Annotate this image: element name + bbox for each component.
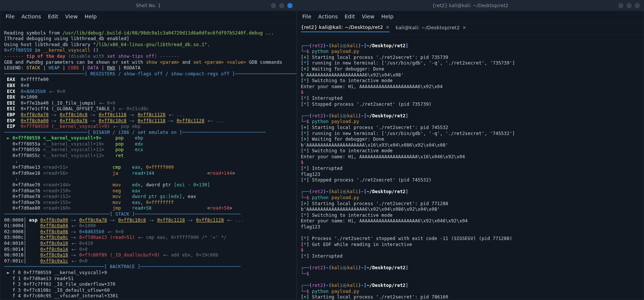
menu-help[interactable]: Help (381, 14, 394, 20)
terminal-left[interactable]: Reading symbols from /usr/lib/debug/.bui… (0, 22, 296, 300)
window-title: Shell No. 1 (4, 3, 293, 8)
menubar-left: File Actions Edit View Help (0, 11, 296, 22)
maximize-icon[interactable] (279, 3, 284, 8)
pane-shell: Shell No. 1 File Actions Edit View Help … (0, 0, 297, 300)
maximize-icon[interactable] (626, 3, 632, 8)
pane-pwntools: {ret2} kali@kali: ~/Desktop/ret2 File Ac… (297, 0, 644, 300)
menu-edit[interactable]: Edit (345, 14, 355, 20)
minimize-icon[interactable] (271, 3, 276, 8)
window-controls (271, 3, 293, 8)
tab-ret2-active[interactable]: {ret2} kali@kali: ~/Desktop/ret2 ✕ (301, 24, 390, 32)
menu-help[interactable]: Help (85, 14, 97, 20)
menu-actions[interactable]: Actions (21, 14, 41, 20)
menu-view[interactable]: View (65, 14, 78, 20)
titlebar-right: {ret2} kali@kali: ~/Desktop/ret2 (297, 0, 644, 11)
menu-file[interactable]: File (302, 14, 311, 20)
terminal-right[interactable]: ┌──(ret2)-(kali㉿kali)-[~/Desktop/ret2] └… (297, 35, 644, 300)
tab-bar: {ret2} kali@kali: ~/Desktop/ret2 ✕ kali@… (297, 22, 644, 35)
titlebar-left: Shell No. 1 (0, 0, 296, 11)
menubar-right: File Actions Edit View Help (297, 11, 644, 22)
window-title: {ret2} kali@kali: ~/Desktop/ret2 (301, 3, 640, 8)
close-icon[interactable]: ✕ (386, 25, 390, 30)
menu-view[interactable]: View (362, 14, 375, 20)
close-icon[interactable]: ✕ (462, 25, 466, 30)
tab-kali[interactable]: kali@kali: ~/Desktop/ret2 ✕ (396, 24, 466, 32)
menu-edit[interactable]: Edit (48, 14, 58, 20)
close-icon[interactable] (635, 3, 640, 8)
tab-label: {ret2} kali@kali: ~/Desktop/ret2 (301, 24, 383, 30)
menu-file[interactable]: File (6, 14, 15, 20)
window-controls (618, 3, 640, 8)
menu-actions[interactable]: Actions (318, 14, 338, 20)
tab-label: kali@kali: ~/Desktop/ret2 (396, 25, 460, 30)
minimize-icon[interactable] (618, 3, 623, 8)
close-icon[interactable] (287, 3, 293, 8)
